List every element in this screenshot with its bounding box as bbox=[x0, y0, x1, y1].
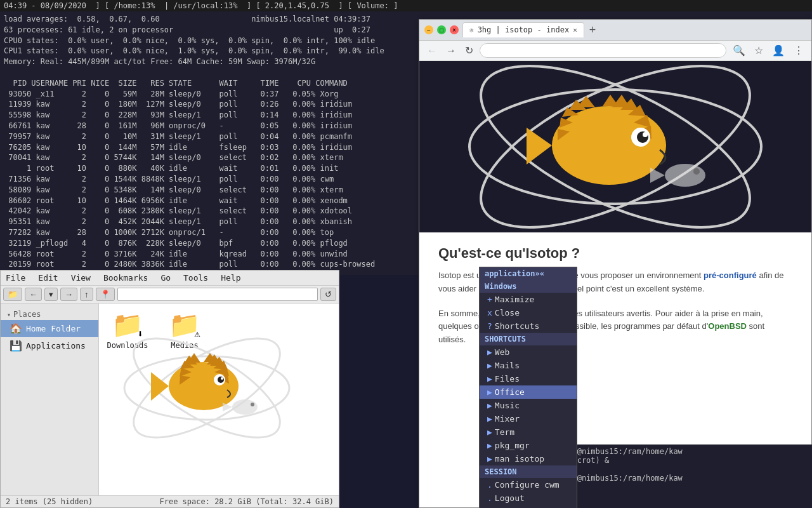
cm-office[interactable]: ▶Office bbox=[480, 385, 577, 399]
fm-menu-edit[interactable]: Edit bbox=[36, 272, 60, 284]
page-heading: Qu'est-ce qu'Isotop ? bbox=[438, 245, 792, 262]
svg-point-26 bbox=[552, 106, 666, 185]
cm-session-label: SESSION bbox=[480, 465, 577, 478]
cm-section-session: SESSION .Configure cwm .Logout .Lock .Su… bbox=[480, 465, 577, 508]
sidebar-item-home[interactable]: 🏠 Home Folder bbox=[1, 320, 98, 337]
cm-maximize[interactable]: +Maximize bbox=[480, 293, 577, 306]
fm-up-btn[interactable]: ↑ bbox=[80, 288, 93, 301]
svg-point-19 bbox=[232, 399, 258, 415]
fm-new-folder-btn[interactable]: 📁 bbox=[3, 288, 22, 301]
hero-svg bbox=[438, 64, 793, 229]
fm-location-btn[interactable]: 📍 bbox=[96, 288, 115, 301]
fm-menu-go[interactable]: Go bbox=[158, 272, 173, 284]
cm-shortcuts-label: SHORTCUTS bbox=[480, 333, 577, 345]
fm-dropdown-btn[interactable]: ▾ bbox=[44, 288, 58, 301]
back-btn[interactable]: ← bbox=[424, 44, 440, 58]
tab-bar: ⚛ 3hg | isotop - index × + bbox=[462, 22, 806, 37]
fm-content: 📁⬇️ Downloads 📁⚠️ Medias bbox=[99, 304, 339, 495]
fm-places-label: ▾ Places bbox=[1, 307, 98, 320]
cm-mixer[interactable]: ▶Mixer bbox=[480, 412, 577, 425]
xterm-bottom: kaw@nimbus15:/ram/home/kaw ; scrot) & ka… bbox=[558, 444, 812, 508]
browser-tab-active[interactable]: ⚛ 3hg | isotop - index × bbox=[462, 22, 584, 37]
cm-music[interactable]: ▶Music bbox=[480, 399, 577, 412]
cm-term[interactable]: ▶Term bbox=[480, 425, 577, 439]
sidebar-item-applications[interactable]: 💾 Applications bbox=[1, 337, 98, 354]
cm-configure-cwm[interactable]: .Configure cwm bbox=[480, 478, 577, 491]
fm-free-space: Free space: 28.2 GiB (Total: 32.4 GiB) bbox=[159, 497, 334, 506]
reload-btn[interactable]: ↻ bbox=[462, 43, 476, 58]
context-menu: application»« Windows +Maximize xClose ?… bbox=[479, 267, 577, 508]
fm-menu-view[interactable]: View bbox=[69, 272, 93, 284]
cm-mails[interactable]: ▶Mails bbox=[480, 359, 577, 372]
fm-menu-file[interactable]: File bbox=[3, 272, 28, 284]
fm-back-btn[interactable]: ← bbox=[25, 288, 42, 301]
sidebar-home-label: Home Folder bbox=[26, 324, 81, 333]
fish-svg bbox=[112, 309, 302, 467]
home-folder-icon: 🏠 bbox=[10, 323, 22, 335]
cm-windows-label: Windows bbox=[480, 280, 577, 293]
cm-files[interactable]: ▶Files bbox=[480, 372, 577, 385]
search-btn[interactable]: 🔍 bbox=[730, 43, 748, 58]
browser-content: Qu'est-ce qu'Isotop ? Isotop est un scri… bbox=[419, 61, 811, 507]
fm-body: ▾ Places 🏠 Home Folder 💾 Applications 📁⬇… bbox=[1, 304, 339, 495]
xterm-content: kaw@nimbus15:/ram/home/kaw ; scrot) & ka… bbox=[563, 447, 807, 483]
fm-items-count: 2 items (25 hidden) bbox=[6, 497, 93, 506]
status-volume: Volume: bbox=[357, 1, 389, 10]
fish-logo-area bbox=[99, 304, 315, 474]
cm-header: application»« bbox=[480, 267, 577, 280]
fm-refresh-btn[interactable]: ↺ bbox=[320, 288, 336, 301]
apps-icon: 💾 bbox=[10, 340, 22, 352]
fm-forward-btn[interactable]: → bbox=[60, 288, 77, 301]
svg-point-42 bbox=[665, 164, 705, 187]
svg-point-21 bbox=[251, 403, 254, 406]
browser-titlebar: − □ × ⚛ 3hg | isotop - index × + bbox=[419, 20, 811, 41]
svg-point-3 bbox=[169, 362, 239, 410]
tab-close-btn[interactable]: × bbox=[573, 26, 577, 34]
status-usr: /usr/local:13% bbox=[173, 1, 237, 10]
cm-pkg-mgr[interactable]: ▶pkg_mgr bbox=[480, 439, 577, 452]
cm-logout[interactable]: .Logout bbox=[480, 491, 577, 505]
cm-shortcuts[interactable]: ?Shortcuts bbox=[480, 319, 577, 333]
svg-point-40 bbox=[643, 132, 648, 137]
cm-man-isotop[interactable]: ▶man isotop bbox=[480, 452, 577, 465]
places-arrow[interactable]: ▾ bbox=[7, 311, 11, 318]
svg-point-44 bbox=[693, 168, 700, 175]
browser-page-content: Qu'est-ce qu'Isotop ? Isotop est un scri… bbox=[419, 232, 811, 359]
star-btn[interactable]: ☆ bbox=[752, 43, 766, 58]
status-load: 2.20,1.45,0.75 bbox=[265, 1, 329, 10]
status-time: 04:39 - 08/09/2020 bbox=[4, 1, 86, 10]
fm-toolbar: 📁 ← ▾ → ↑ 📍 /home/kaw ↺ bbox=[1, 286, 339, 304]
fm-statusbar: 2 items (25 hidden) Free space: 28.2 GiB… bbox=[1, 495, 339, 507]
fm-path-input[interactable]: /home/kaw bbox=[117, 288, 318, 301]
cm-close[interactable]: xClose bbox=[480, 306, 577, 319]
forward-btn[interactable]: → bbox=[443, 44, 459, 58]
status-home: /home:13% bbox=[114, 1, 155, 10]
tab-title: 3hg | isotop - index bbox=[478, 25, 570, 34]
account-btn[interactable]: 👤 bbox=[769, 43, 787, 58]
fm-sidebar: ▾ Places 🏠 Home Folder 💾 Applications bbox=[1, 304, 99, 495]
browser-toolbar: ← → ↻ https://3hg.fr/Isos/isotop/ 🔍 ☆ 👤 … bbox=[419, 41, 811, 61]
sidebar-apps-label: Applications bbox=[26, 341, 86, 351]
browser-maximize-btn[interactable]: □ bbox=[437, 25, 446, 34]
fm-menu-tools[interactable]: Tools bbox=[181, 272, 211, 284]
status-bar: 04:39 - 08/09/2020 ] [ /home:13% | /usr/… bbox=[0, 0, 812, 11]
browser-window: − □ × ⚛ 3hg | isotop - index × + ← → ↻ h… bbox=[419, 19, 812, 508]
tab-favicon: ⚛ bbox=[469, 26, 474, 34]
new-tab-btn[interactable]: + bbox=[587, 23, 599, 37]
browser-hero bbox=[419, 61, 811, 232]
svg-point-16 bbox=[218, 377, 224, 383]
fm-menu-bookmarks[interactable]: Bookmarks bbox=[101, 272, 150, 284]
cm-web[interactable]: ▶Web bbox=[480, 345, 577, 359]
fm-menu-help[interactable]: Help bbox=[218, 272, 243, 284]
file-manager: File Edit View Bookmarks Go Tools Help 📁… bbox=[0, 270, 339, 508]
cm-section-shortcuts: SHORTCUTS ▶Web ▶Mails ▶Files ▶Office ▶Mu… bbox=[480, 333, 577, 465]
browser-menu-btn[interactable]: ⋮ bbox=[791, 43, 806, 58]
fm-menubar: File Edit View Bookmarks Go Tools Help bbox=[1, 271, 339, 286]
cm-section-windows: Windows +Maximize xClose ?Shortcuts bbox=[480, 280, 577, 333]
browser-minimize-btn[interactable]: − bbox=[424, 25, 433, 34]
url-bar[interactable]: https://3hg.fr/Isos/isotop/ bbox=[480, 43, 726, 58]
browser-close-btn[interactable]: × bbox=[450, 25, 459, 34]
svg-point-17 bbox=[221, 377, 223, 380]
cm-lock[interactable]: .Lock bbox=[480, 505, 577, 508]
